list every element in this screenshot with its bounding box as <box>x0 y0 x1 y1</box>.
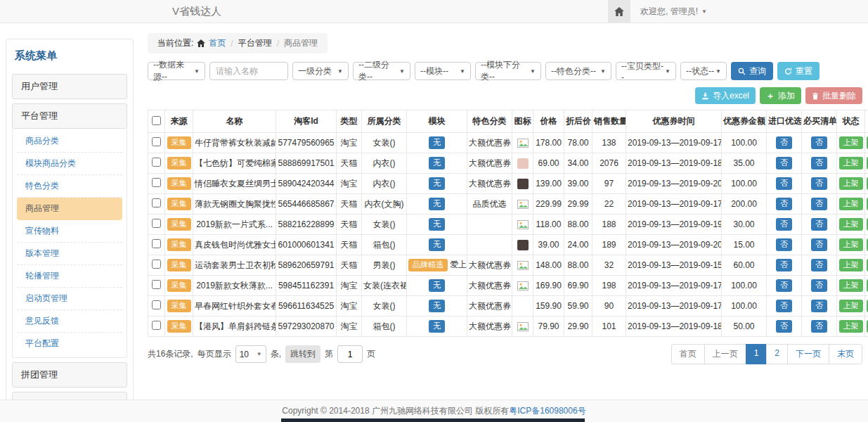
import-select-badge[interactable]: 否 <box>776 177 792 189</box>
sidebar-subitem-goods-management[interactable]: 商品管理 <box>17 198 122 220</box>
sidebar-item-user-management[interactable]: 用户管理 <box>12 74 127 99</box>
sidebar-subitem-version-management[interactable]: 版本管理 <box>17 243 122 265</box>
pager-prev-page[interactable]: 上一页 <box>704 344 746 364</box>
pager-last-page[interactable]: 末页 <box>829 344 862 364</box>
cell-import-select: 否 <box>767 194 802 215</box>
cell-feature-category: 大额优惠券 <box>467 153 512 174</box>
cell-price: 229.99 <box>533 194 564 215</box>
sidebar-item-saving-express[interactable]: 省惠快报 <box>12 392 127 399</box>
cell-must-buy: 否 <box>802 174 837 194</box>
status-badge[interactable]: 上架 <box>839 259 863 271</box>
add-button[interactable]: ＋ 添加 <box>760 87 801 104</box>
cell-module: 无 <box>407 194 467 215</box>
filter-select-module[interactable]: --模块--▼ <box>415 62 471 80</box>
must-buy-badge[interactable]: 否 <box>811 198 827 210</box>
per-page-select[interactable]: 10 ▼ <box>235 345 266 363</box>
status-badge[interactable]: 上架 <box>839 320 863 332</box>
source-badge: 采集 <box>167 177 191 189</box>
sidebar: 系统菜单 用户管理平台管理商品分类模块商品分类特色分类商品管理宣传物料版本管理轮… <box>6 39 134 399</box>
search-button[interactable]: 查询 <box>731 62 773 80</box>
filter-select-module-subcategory[interactable]: --模块下分类--▼ <box>475 62 541 80</box>
sidebar-subitem-module-goods-category[interactable]: 模块商品分类 <box>17 153 122 175</box>
status-badge[interactable]: 上架 <box>839 177 863 189</box>
sidebar-subitem-goods-category[interactable]: 商品分类 <box>17 130 122 153</box>
pager-next-page[interactable]: 下一页 <box>787 344 829 364</box>
import-select-badge[interactable]: 否 <box>776 157 792 169</box>
filter-select-status[interactable]: --状态--▼ <box>680 62 727 80</box>
row-checkbox[interactable] <box>152 137 161 146</box>
cell-status: 上架 <box>837 153 865 174</box>
pager-first-page[interactable]: 首页 <box>671 344 705 364</box>
status-badge[interactable]: 上架 <box>839 300 863 312</box>
status-badge[interactable]: 上架 <box>839 238 863 250</box>
breadcrumb-item-platform: 平台管理 <box>238 37 272 49</box>
jump-button[interactable]: 跳转到 <box>285 345 320 363</box>
cell-icon <box>512 296 533 316</box>
import-select-badge[interactable]: 否 <box>776 259 792 271</box>
must-buy-badge[interactable]: 否 <box>811 157 827 169</box>
col-header-status: 状态 <box>837 110 865 133</box>
must-buy-badge[interactable]: 否 <box>811 320 827 332</box>
row-checkbox[interactable] <box>152 321 161 330</box>
sidebar-subitem-promo-materials[interactable]: 宣传物料 <box>17 220 122 243</box>
home-button[interactable] <box>608 0 630 23</box>
cell-discount-price: 29.99 <box>564 194 592 215</box>
select-all-checkbox[interactable] <box>152 116 161 125</box>
filter-select-feature-category[interactable]: --特色分类--▼ <box>545 62 611 80</box>
must-buy-badge[interactable]: 否 <box>811 136 827 148</box>
row-checkbox[interactable] <box>152 219 161 228</box>
module-badge: 无 <box>429 198 445 210</box>
sidebar-subitem-carousel-management[interactable]: 轮播管理 <box>17 265 122 288</box>
pager-page-1[interactable]: 1 <box>746 344 767 364</box>
filter-select-level2-category[interactable]: --二级分类--▼ <box>353 62 410 80</box>
sidebar-submenu: 商品分类模块商品分类特色分类商品管理宣传物料版本管理轮播管理启动页管理意见反馈平… <box>12 129 127 358</box>
cell-taoke-id: 565446685867 <box>276 194 337 215</box>
cell-sales: 138 <box>592 133 626 153</box>
status-badge[interactable]: 上架 <box>839 198 863 210</box>
sidebar-subitem-splash-page-management[interactable]: 启动页管理 <box>17 288 122 310</box>
must-buy-badge[interactable]: 否 <box>811 300 827 312</box>
import-select-badge[interactable]: 否 <box>776 198 792 210</box>
row-checkbox[interactable] <box>152 280 161 289</box>
row-checkbox[interactable] <box>152 300 161 309</box>
filter-select-item-type[interactable]: --宝贝类型--▼ <box>616 62 676 80</box>
row-checkbox[interactable] <box>152 178 161 187</box>
import-select-badge[interactable]: 否 <box>776 300 792 312</box>
pager-page-2[interactable]: 2 <box>766 344 788 364</box>
status-badge[interactable]: 上架 <box>839 136 863 148</box>
must-buy-badge[interactable]: 否 <box>811 177 827 189</box>
status-badge[interactable]: 上架 <box>839 279 863 291</box>
must-buy-badge[interactable]: 否 <box>811 218 827 230</box>
status-badge[interactable]: 上架 <box>839 157 863 169</box>
cell-category: 内衣(文胸) <box>362 194 407 215</box>
sidebar-item-group-buy-management[interactable]: 拼团管理 <box>12 362 127 388</box>
sidebar-subitem-platform-config[interactable]: 平台配置 <box>17 333 122 354</box>
row-checkbox[interactable] <box>152 158 161 167</box>
row-checkbox[interactable] <box>152 198 161 207</box>
row-checkbox[interactable] <box>152 260 161 269</box>
must-buy-badge[interactable]: 否 <box>811 238 827 250</box>
page-number-input[interactable] <box>337 345 363 363</box>
filter-select-data-source[interactable]: --数据来源--▼ <box>148 62 205 80</box>
sidebar-item-platform-management[interactable]: 平台管理 <box>12 103 127 129</box>
row-checkbox[interactable] <box>152 239 161 248</box>
import-select-badge[interactable]: 否 <box>776 320 792 332</box>
sidebar-subitem-feature-category[interactable]: 特色分类 <box>17 175 122 198</box>
import-select-badge[interactable]: 否 <box>776 136 792 148</box>
status-badge[interactable]: 上架 <box>839 218 863 230</box>
filter-select-level1-category[interactable]: 一级分类▼ <box>292 62 349 80</box>
import-select-badge[interactable]: 否 <box>776 238 792 250</box>
row-checkbox-cell <box>148 235 165 255</box>
name-search-input[interactable] <box>209 62 288 80</box>
icp-link[interactable]: 粤ICP备16098006号 <box>509 405 585 417</box>
breadcrumb-home-link[interactable]: 首页 <box>209 37 226 49</box>
user-menu[interactable]: 欢迎您, 管理员! ▼ <box>640 6 707 18</box>
batch-delete-button[interactable]: 批量删除 <box>805 87 862 104</box>
reset-button[interactable]: 重置 <box>777 62 820 80</box>
must-buy-badge[interactable]: 否 <box>811 259 827 271</box>
import-excel-button[interactable]: 导入excel <box>695 87 756 104</box>
import-select-badge[interactable]: 否 <box>776 218 792 230</box>
sidebar-subitem-feedback[interactable]: 意见反馈 <box>17 310 122 333</box>
import-select-badge[interactable]: 否 <box>776 279 792 291</box>
must-buy-badge[interactable]: 否 <box>811 279 827 291</box>
